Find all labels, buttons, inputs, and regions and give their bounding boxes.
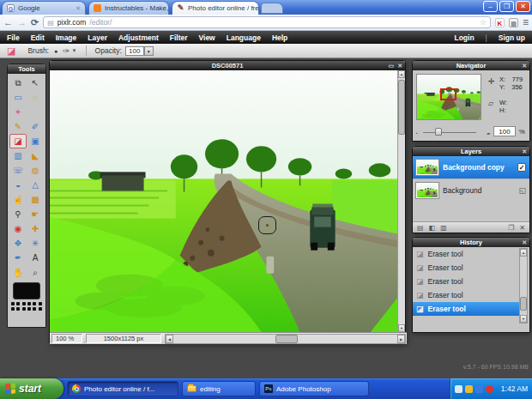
marquee-tool[interactable]: ▭ — [9, 90, 27, 105]
scroll-up-icon[interactable]: ▲ — [398, 70, 405, 78]
history-item[interactable]: ◪ Eraser tool — [413, 247, 520, 261]
hand-tool[interactable]: ✋ — [9, 265, 27, 280]
scroll-down-icon[interactable]: ▼ — [398, 324, 405, 332]
vertical-scrollbar[interactable]: ▲ ▼ — [397, 70, 405, 332]
pinch-tool[interactable]: ✳ — [27, 236, 44, 251]
red-eye-tool[interactable]: ◉ — [9, 221, 27, 236]
opacity-dropdown-button[interactable]: ▼ — [144, 46, 154, 56]
sponge-tool[interactable]: ▩ — [27, 192, 44, 207]
forward-button[interactable]: → — [17, 18, 27, 27]
brush-preset-icon[interactable]: ✑ — [63, 46, 70, 56]
draw-tool[interactable]: ☏ — [9, 163, 27, 178]
scroll-down-icon[interactable]: ▼ — [520, 315, 527, 323]
burn-tool[interactable]: ☛ — [27, 207, 44, 221]
navigator-title[interactable]: Navigator ✕ — [413, 61, 529, 70]
start-button[interactable]: start — [0, 378, 63, 399]
menu-adjustment[interactable]: Adjustment — [118, 33, 159, 42]
zoom-in-icon[interactable]: ▰ — [487, 130, 490, 136]
tab-google[interactable]: G Google ✕ — [2, 1, 86, 15]
brush-caret-icon[interactable]: ▼ — [72, 48, 77, 53]
type-tool[interactable]: A — [27, 251, 44, 265]
layer-visibility-checkbox[interactable]: ✓ — [517, 163, 526, 172]
canvas-close-icon[interactable]: ✕ — [397, 61, 402, 70]
zoom-tool[interactable]: ⌕ — [27, 265, 44, 280]
menu-edit[interactable]: Edit — [31, 33, 45, 42]
colorpicker-tool[interactable]: ✒ — [9, 251, 27, 265]
layer-menu-icon[interactable]: ▤ — [417, 224, 424, 232]
layer-row-background-copy[interactable]: Background copy ✓ — [413, 156, 529, 178]
navigator-close-icon[interactable]: ✕ — [522, 61, 527, 70]
move-tool[interactable]: ↖ — [27, 76, 44, 90]
layer-row-background[interactable]: Background ◱ — [413, 178, 529, 201]
canvas-image[interactable] — [50, 70, 399, 332]
menu-view[interactable]: View — [199, 33, 215, 42]
history-scrollbar[interactable]: ▲ ▼ — [519, 248, 528, 323]
menu-file[interactable]: File — [7, 33, 20, 42]
color-swatch[interactable] — [13, 282, 40, 299]
scroll-up-icon[interactable]: ▲ — [520, 249, 527, 257]
new-tab-button[interactable] — [261, 3, 283, 14]
eraser-tool[interactable]: ◪ — [9, 134, 27, 148]
history-title[interactable]: History ✕ — [413, 238, 529, 247]
scroll-left-icon[interactable]: ◀ — [166, 335, 173, 343]
extension-icon[interactable]: ▤ — [509, 18, 518, 27]
kaspersky-extension-icon[interactable]: K — [495, 18, 505, 27]
history-item[interactable]: ◪ Eraser tool — [413, 261, 520, 275]
paint-bucket-tool[interactable]: ◣ — [27, 148, 44, 163]
layers-close-icon[interactable]: ✕ — [522, 147, 527, 156]
login-link[interactable]: Login — [454, 33, 474, 42]
menu-image[interactable]: Image — [56, 33, 77, 42]
lasso-tool[interactable]: ◌ — [27, 90, 44, 105]
network-icon[interactable] — [475, 385, 483, 393]
tab-instructables[interactable]: Instructables - Make, How T... ✕ — [88, 1, 169, 15]
add-mask-icon[interactable]: ◧ — [429, 224, 436, 232]
zoom-out-icon[interactable]: ▪ — [416, 130, 418, 136]
minimize-button[interactable]: – — [483, 1, 498, 12]
history-scroll-thumb[interactable] — [520, 297, 527, 311]
signup-link[interactable]: Sign up — [499, 33, 525, 42]
tools-panel-title[interactable]: Tools — [8, 64, 45, 74]
menu-layer[interactable]: Layer — [88, 33, 107, 42]
zoom-level[interactable]: 100 % — [51, 334, 82, 343]
zoom-slider-thumb[interactable] — [435, 128, 442, 136]
opacity-input[interactable]: 100 — [125, 46, 144, 56]
group-layers-icon[interactable]: ▥ — [440, 224, 447, 232]
task-editing-folder[interactable]: editing — [182, 381, 256, 396]
canvas-minimize-icon[interactable]: ▭ — [389, 61, 395, 70]
menu-help[interactable]: Help — [272, 33, 287, 42]
history-item[interactable]: ◪ Eraser tool — [413, 275, 520, 288]
canvas-titlebar[interactable]: DSC00571 ▭ ✕ — [50, 61, 405, 70]
messenger-icon[interactable] — [486, 385, 493, 393]
navigator-viewport-rect[interactable] — [440, 88, 456, 100]
hscroll-thumb[interactable] — [275, 335, 298, 343]
bloat-tool[interactable]: ✥ — [9, 236, 27, 251]
crop-tool[interactable]: ⧉ — [9, 76, 27, 90]
restore-button[interactable]: ❐ — [499, 1, 514, 12]
task-adobe-photoshop[interactable]: Ps Adobe Photoshop — [259, 381, 369, 396]
reload-button[interactable]: ⟳ — [31, 18, 39, 27]
swatch-dots[interactable] — [8, 301, 45, 311]
tab-close-icon[interactable]: ✕ — [76, 5, 81, 12]
gradient-tool[interactable]: ▥ — [9, 148, 27, 163]
menu-language[interactable]: Language — [227, 33, 261, 42]
tab-photo-editor[interactable]: ✎ Photo editor online / free im... ✕ — [172, 1, 259, 15]
layers-title[interactable]: Layers ✕ — [413, 147, 529, 156]
bookmark-star-icon[interactable]: ☆ — [480, 18, 487, 27]
volume-icon[interactable] — [455, 385, 462, 393]
smudge-tool[interactable]: ☝ — [9, 192, 27, 207]
new-layer-icon[interactable]: ❐ — [508, 224, 514, 232]
pencil-tool[interactable]: ✎ — [9, 119, 27, 134]
history-item-selected[interactable]: ◪ Eraser tool — [413, 302, 520, 316]
back-button[interactable]: ← — [3, 18, 13, 27]
horizontal-scrollbar[interactable]: ◀ ▶ — [165, 334, 406, 344]
wand-tool[interactable]: ✦ — [9, 105, 27, 119]
chrome-menu-icon[interactable]: ≡ — [523, 16, 529, 28]
navigator-zoom-slider[interactable]: ▪ ▰ — [416, 127, 490, 137]
security-shield-icon[interactable] — [465, 385, 473, 393]
brush-tip-icon[interactable]: ● — [54, 48, 57, 54]
dodge-tool[interactable]: ⚲ — [9, 207, 27, 221]
vscroll-thumb[interactable] — [398, 80, 405, 135]
blur-tool[interactable]: ◒ — [9, 178, 27, 192]
delete-layer-icon[interactable]: ✕ — [519, 224, 525, 232]
color-replace-tool[interactable]: ◍ — [27, 163, 44, 178]
